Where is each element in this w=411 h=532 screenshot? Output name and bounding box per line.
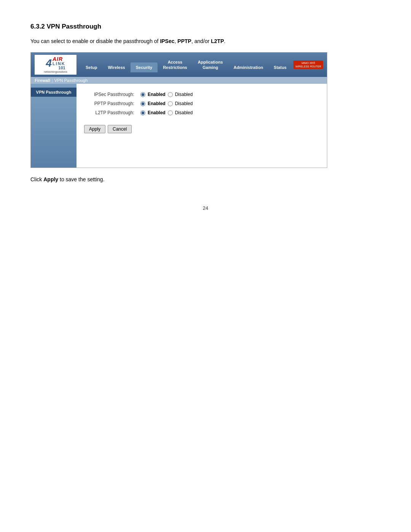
intro-l2tp: L2TP xyxy=(211,38,224,44)
l2tp-enabled-label: Enabled xyxy=(148,110,166,115)
l2tp-enabled-radio[interactable] xyxy=(140,110,145,115)
section-title: 6.3.2 VPN Passthrough xyxy=(30,23,381,30)
pptp-disabled-label: Disabled xyxy=(175,101,193,106)
pptp-radio-group: Enabled Disabled xyxy=(140,101,316,106)
logo-air: AIR xyxy=(53,56,65,62)
ipsec-radio-group: Enabled Disabled xyxy=(140,92,316,97)
l2tp-disabled-label: Disabled xyxy=(175,110,193,115)
mimo-line1: MIMO XR® xyxy=(301,62,315,64)
router-ui: 4 AIR LINK 101 networkingsolutions Setup… xyxy=(30,52,327,168)
nav-status[interactable]: Status xyxy=(268,62,292,72)
sidebar: VPN Passthrough xyxy=(31,84,76,168)
router-header: 4 AIR LINK 101 networkingsolutions Setup… xyxy=(31,53,327,77)
nav-administration[interactable]: Administration xyxy=(228,62,269,72)
footer-text-start: Click xyxy=(30,176,43,182)
pptp-disabled-radio[interactable] xyxy=(168,101,173,106)
breadcrumb-bar: Firewall | VPN Passthrough xyxy=(31,77,327,84)
mimo-line2: WIRELESS ROUTER xyxy=(295,65,321,68)
ipsec-disabled-label: Disabled xyxy=(175,92,193,97)
logo-area: 4 AIR LINK 101 networkingsolutions xyxy=(35,55,76,75)
ipsec-enabled-label: Enabled xyxy=(148,92,166,97)
nav-items: Setup Wireless Security AccessRestrictio… xyxy=(76,57,293,73)
pptp-enabled-label: Enabled xyxy=(148,101,166,106)
cancel-button[interactable]: Cancel xyxy=(108,125,132,133)
intro-paragraph: You can select to enable or disable the … xyxy=(30,37,381,45)
nav-security[interactable]: Security xyxy=(131,62,158,72)
button-row: Apply Cancel xyxy=(84,125,319,133)
l2tp-disabled-radio[interactable] xyxy=(168,110,173,115)
pptp-options: Enabled Disabled xyxy=(137,99,319,108)
footer-text-end: to save the setting. xyxy=(58,176,104,182)
intro-period: . xyxy=(224,38,226,44)
mimo-badge: MIMO XR® WIRELESS ROUTER xyxy=(293,61,323,69)
ipsec-disabled-radio[interactable] xyxy=(168,92,173,97)
table-row-pptp: PPTP Passthrough: Enabled Disabled xyxy=(84,99,319,108)
logo-num: 101 xyxy=(53,66,65,70)
form-table: IPSec Passthrough: Enabled Disabled xyxy=(84,90,319,117)
footer-paragraph: Click Apply to save the setting. xyxy=(30,176,381,182)
apply-button[interactable]: Apply xyxy=(84,125,105,133)
intro-andor: , and/or xyxy=(191,38,211,44)
l2tp-radio-group: Enabled Disabled xyxy=(140,110,316,115)
intro-ipsec: IPSec xyxy=(160,38,174,44)
nav-setup[interactable]: Setup xyxy=(80,62,103,72)
ipsec-options: Enabled Disabled xyxy=(137,90,319,99)
nav-applications-gaming[interactable]: ApplicationsGaming xyxy=(193,57,228,73)
nav-wireless[interactable]: Wireless xyxy=(103,62,131,72)
breadcrumb-firewall[interactable]: Firewall xyxy=(35,78,50,83)
pptp-label: PPTP Passthrough: xyxy=(84,99,137,108)
page-number: 24 xyxy=(30,205,381,211)
ipsec-label: IPSec Passthrough: xyxy=(84,90,137,99)
table-row-ipsec: IPSec Passthrough: Enabled Disabled xyxy=(84,90,319,99)
logo-tagline: networkingsolutions xyxy=(44,70,67,73)
intro-text-start: You can select to enable or disable the … xyxy=(30,38,160,44)
ipsec-enabled-radio[interactable] xyxy=(140,92,145,97)
pptp-enabled-radio[interactable] xyxy=(140,101,145,106)
logo-four: 4 xyxy=(46,58,52,69)
table-row-l2tp: L2TP Passthrough: Enabled Disabled xyxy=(84,108,319,117)
l2tp-options: Enabled Disabled xyxy=(137,108,319,117)
sidebar-vpn-passthrough[interactable]: VPN Passthrough xyxy=(31,88,76,97)
intro-pptp: PPTP xyxy=(177,38,191,44)
breadcrumb-vpn-passthrough: VPN Passthrough xyxy=(54,78,88,83)
breadcrumb-sep: | xyxy=(52,78,53,83)
footer-apply-bold: Apply xyxy=(43,176,58,182)
router-content: VPN Passthrough IPSec Passthrough: Enabl… xyxy=(31,84,327,168)
main-content: IPSec Passthrough: Enabled Disabled xyxy=(76,84,327,168)
l2tp-label: L2TP Passthrough: xyxy=(84,108,137,117)
nav-access-restrictions[interactable]: AccessRestrictions xyxy=(158,57,193,73)
